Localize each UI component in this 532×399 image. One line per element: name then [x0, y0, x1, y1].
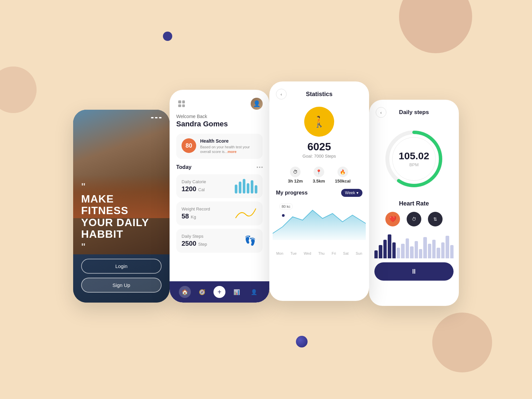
calories-icon: 🔥 — [337, 167, 348, 177]
heart-icon[interactable]: ❤️ — [385, 212, 400, 226]
time-value: 3h 12m — [288, 179, 303, 184]
nav-user[interactable]: 👤 — [248, 286, 260, 298]
weight-value: 58 Kg — [182, 212, 210, 220]
bpm-display: 105.02 BPM — [399, 150, 429, 168]
week-selector[interactable]: Week ▾ — [341, 189, 362, 197]
steps-circle-container: 🚶 6025 Goal: 7000 Steps — [269, 103, 369, 164]
clock-icon[interactable]: ⏱ — [407, 212, 421, 226]
bar-1 — [235, 185, 237, 193]
hero-headline: Make Fitness Your Daily Habbit — [81, 193, 162, 240]
today-section: Today — [170, 164, 269, 174]
welcome-text: Welcome Back — [176, 114, 263, 119]
health-score-desc: Based on your health test your overall s… — [200, 145, 257, 154]
calorie-value: 1200 Cal — [182, 185, 206, 193]
stats-header: ‹ Statistics — [269, 81, 369, 103]
hbar-15 — [437, 248, 440, 258]
transfer-icon[interactable]: ⇅ — [428, 212, 443, 226]
heartrate-header: ‹ Daily steps — [369, 100, 459, 120]
hbar-16 — [441, 242, 445, 258]
heartrate-back-button[interactable]: ‹ — [376, 107, 386, 118]
quote-open: " — [81, 181, 162, 192]
signup-button[interactable]: Sign Up — [81, 278, 162, 293]
nav-chart[interactable]: 📊 — [231, 286, 243, 298]
my-progress-header: My progress Week ▾ — [269, 189, 369, 200]
my-progress-label: My progress — [276, 190, 308, 196]
bpm-unit: BPM — [409, 162, 419, 167]
floating-ball-bottom — [296, 336, 308, 347]
chevron-down-icon: ▾ — [356, 191, 358, 195]
metric-time: ⏱ 3h 12m — [288, 167, 303, 184]
weight-card[interactable]: Weight Record 58 Kg — [176, 201, 263, 225]
nav-add[interactable]: + — [213, 286, 225, 298]
day-tue: Tue — [290, 251, 297, 255]
bottom-nav: 🏠 🧭 + 📊 👤 — [170, 281, 269, 303]
day-sun: Sun — [356, 251, 362, 255]
day-fri: Fri — [332, 251, 336, 255]
distance-value: 3.5km — [313, 179, 325, 184]
hbar-8 — [406, 238, 409, 258]
calorie-chart — [235, 179, 257, 194]
metric-calories: 🔥 150kcal — [335, 167, 350, 184]
nav-home[interactable]: 🏠 — [179, 286, 191, 298]
heart-rate-title: Heart Rate — [369, 198, 459, 212]
more-options[interactable] — [257, 167, 263, 168]
calorie-card[interactable]: Daily Calorie 1200 Cal — [176, 174, 263, 198]
daily-steps-title: Daily steps — [386, 109, 442, 116]
phones-wrapper: " Make Fitness Your Daily Habbit " Login… — [20, 20, 512, 379]
today-label: Today — [176, 164, 192, 170]
time-icon: ⏱ — [290, 167, 301, 177]
calorie-info: Daily Calorie 1200 Cal — [182, 179, 206, 193]
day-sat: Sat — [343, 251, 349, 255]
back-button[interactable]: ‹ — [276, 89, 287, 99]
phone-statistics: ‹ Statistics 🚶 6025 Goal: 7000 Steps ⏱ 3… — [269, 81, 369, 301]
status-bar — [151, 117, 162, 118]
phone-heartrate: ‹ Daily steps 105.02 BPM Heart Rate ❤️ ⏱ — [369, 100, 459, 306]
stats-metrics: ⏱ 3h 12m 📍 3.5km 🔥 150kcal — [269, 164, 369, 189]
login-content: " Make Fitness Your Daily Habbit " Login… — [73, 175, 170, 303]
steps-goal: Goal: 7000 Steps — [303, 154, 336, 159]
dashboard-header: 👤 — [170, 90, 269, 114]
quote-close: " — [81, 241, 162, 252]
hbar-6 — [397, 248, 400, 258]
bar-3 — [243, 179, 245, 194]
metric-distance: 📍 3.5km — [313, 167, 325, 184]
day-mon: Mon — [276, 251, 283, 255]
hbar-17 — [446, 236, 449, 258]
phone-login: " Make Fitness Your Daily Habbit " Login… — [73, 110, 170, 303]
steps-info: Daily Steps 2500 Step — [182, 234, 207, 247]
hbar-14 — [432, 240, 436, 258]
distance-icon: 📍 — [314, 167, 324, 177]
nav-compass[interactable]: 🧭 — [196, 286, 208, 298]
hbar-7 — [401, 244, 404, 258]
hbar-2 — [379, 245, 382, 258]
bar-5 — [251, 180, 253, 194]
hbar-4 — [388, 234, 391, 258]
calorie-title: Daily Calorie — [182, 179, 206, 184]
health-more-link[interactable]: more — [228, 150, 237, 154]
login-button[interactable]: Login — [81, 259, 162, 274]
chart-label: 80 kc — [279, 203, 293, 209]
steps-value: 2500 Step — [182, 240, 207, 247]
welcome-section: Welcome Back Sandra Gomes — [170, 114, 269, 134]
hbar-12 — [423, 237, 427, 258]
floating-ball-top — [163, 32, 172, 41]
steps-card[interactable]: Daily Steps 2500 Step 👣 — [176, 229, 263, 253]
hbar-13 — [428, 244, 431, 258]
bpm-value: 105.02 — [399, 150, 429, 162]
hbar-5 — [392, 242, 396, 258]
hbar-18 — [450, 245, 454, 258]
weight-info: Weight Record 58 Kg — [182, 206, 210, 220]
pause-button[interactable]: ⏸ — [374, 262, 454, 281]
hbar-3 — [383, 240, 387, 258]
steps-count: 6025 — [307, 141, 331, 153]
health-score-card: 80 Health Score Based on your health tes… — [176, 134, 263, 159]
steps-icon-circle: 🚶 — [304, 107, 334, 137]
avatar[interactable]: 👤 — [251, 98, 263, 110]
bar-2 — [239, 182, 241, 193]
hbar-9 — [410, 246, 413, 258]
pause-icon: ⏸ — [411, 268, 417, 275]
gauge-container: 105.02 BPM — [369, 120, 459, 198]
grid-icon[interactable] — [176, 98, 187, 109]
day-thu: Thu — [318, 251, 325, 255]
heart-icons-row: ❤️ ⏱ ⇅ — [369, 212, 459, 232]
